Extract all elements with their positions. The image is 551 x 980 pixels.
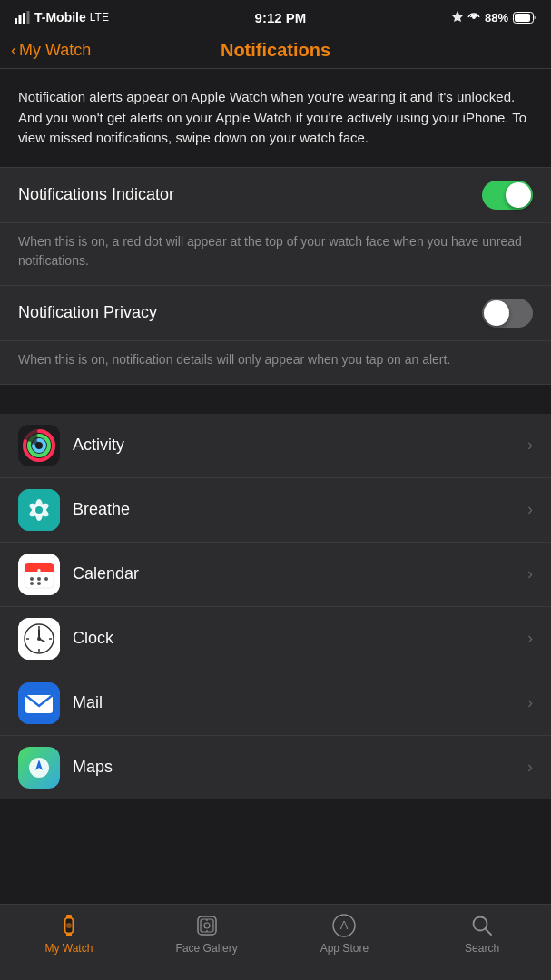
svg-point-47 xyxy=(66,923,72,928)
notifications-indicator-row: Notifications Indicator xyxy=(0,168,551,223)
breathe-label: Breathe xyxy=(73,500,515,519)
mail-label: Mail xyxy=(73,693,515,712)
notification-privacy-row: Notification Privacy xyxy=(0,286,551,341)
tab-search-label: Search xyxy=(465,942,499,955)
app-row-calendar[interactable]: ● Calendar › xyxy=(0,543,551,607)
app-row-activity[interactable]: Activity › xyxy=(0,414,551,478)
toggle-knob xyxy=(484,300,509,326)
status-icons: 88% xyxy=(452,11,536,24)
app-row-maps[interactable]: Maps › xyxy=(0,736,551,799)
notifications-indicator-toggle[interactable] xyxy=(482,181,533,210)
activity-icon xyxy=(18,425,60,466)
svg-rect-48 xyxy=(66,915,72,918)
app-list: Activity › xyxy=(0,414,551,799)
notification-privacy-description: When this is on, notification details wi… xyxy=(0,341,551,385)
tab-my-watch-label: My Watch xyxy=(44,942,93,955)
maps-icon xyxy=(18,747,60,789)
calendar-label: Calendar xyxy=(73,564,515,583)
svg-point-21 xyxy=(35,506,43,514)
svg-rect-49 xyxy=(66,933,72,936)
chevron-left-icon: ‹ xyxy=(11,41,16,60)
nav-bar: ‹ My Watch Notifications xyxy=(0,33,551,69)
tab-face-gallery[interactable]: Face Gallery xyxy=(138,912,276,955)
page-title: Notifications xyxy=(221,40,330,61)
svg-text:A: A xyxy=(340,918,349,932)
app-store-icon: A xyxy=(330,912,358,939)
carrier-info: T-Mobile LTE xyxy=(15,10,109,24)
svg-point-26 xyxy=(30,577,34,581)
svg-rect-1 xyxy=(19,15,22,24)
svg-rect-51 xyxy=(201,919,213,932)
status-time: 9:12 PM xyxy=(255,10,307,25)
calendar-icon: ● xyxy=(18,554,60,595)
svg-point-28 xyxy=(44,577,48,581)
chevron-right-icon: › xyxy=(527,436,533,455)
notification-privacy-label: Notification Privacy xyxy=(18,303,157,322)
chevron-right-icon: › xyxy=(527,693,533,712)
back-label: My Watch xyxy=(19,41,91,60)
tab-app-store[interactable]: A App Store xyxy=(276,912,414,955)
status-bar: T-Mobile LTE 9:12 PM 88% xyxy=(0,0,551,33)
svg-text:●: ● xyxy=(37,566,42,574)
svg-rect-2 xyxy=(23,13,25,24)
chevron-right-icon: › xyxy=(527,500,533,519)
tab-search[interactable]: Search xyxy=(413,912,551,955)
svg-point-30 xyxy=(37,582,41,585)
description-block: Notification alerts appear on Apple Watc… xyxy=(0,69,551,168)
svg-point-29 xyxy=(30,582,34,585)
my-watch-icon xyxy=(55,912,83,939)
search-icon xyxy=(468,912,496,939)
face-gallery-icon xyxy=(193,912,221,939)
notifications-indicator-description: When this is on, a red dot will appear a… xyxy=(0,223,551,286)
mail-icon xyxy=(18,682,60,724)
activity-label: Activity xyxy=(73,436,515,455)
svg-rect-3 xyxy=(27,11,30,24)
tab-bar: My Watch Face Gallery A App Store xyxy=(0,904,551,980)
spacer-bottom xyxy=(0,799,551,881)
breathe-icon xyxy=(18,489,60,531)
app-row-mail[interactable]: Mail › xyxy=(0,671,551,736)
maps-label: Maps xyxy=(73,758,515,777)
chevron-right-icon: › xyxy=(527,629,533,648)
svg-rect-6 xyxy=(515,14,530,22)
tab-app-store-label: App Store xyxy=(320,942,369,955)
app-row-breathe[interactable]: Breathe › xyxy=(0,478,551,543)
section-gap xyxy=(0,385,551,407)
main-content: Notification alerts appear on Apple Watc… xyxy=(0,69,551,881)
chevron-right-icon: › xyxy=(527,564,533,583)
clock-icon xyxy=(18,618,60,660)
toggle-knob xyxy=(506,182,531,208)
notification-privacy-toggle[interactable] xyxy=(482,299,533,328)
notifications-indicator-label: Notifications Indicator xyxy=(18,185,174,204)
back-button[interactable]: ‹ My Watch xyxy=(11,41,91,60)
chevron-right-icon: › xyxy=(527,758,533,777)
tab-face-gallery-label: Face Gallery xyxy=(176,942,238,955)
tab-my-watch[interactable]: My Watch xyxy=(0,912,138,955)
clock-label: Clock xyxy=(73,629,515,648)
svg-point-40 xyxy=(37,637,41,641)
app-row-clock[interactable]: Clock › xyxy=(0,607,551,671)
svg-line-60 xyxy=(486,929,492,936)
svg-point-27 xyxy=(37,577,41,581)
description-text: Notification alerts appear on Apple Watc… xyxy=(18,87,533,149)
svg-rect-0 xyxy=(15,18,17,24)
svg-point-52 xyxy=(204,923,210,928)
